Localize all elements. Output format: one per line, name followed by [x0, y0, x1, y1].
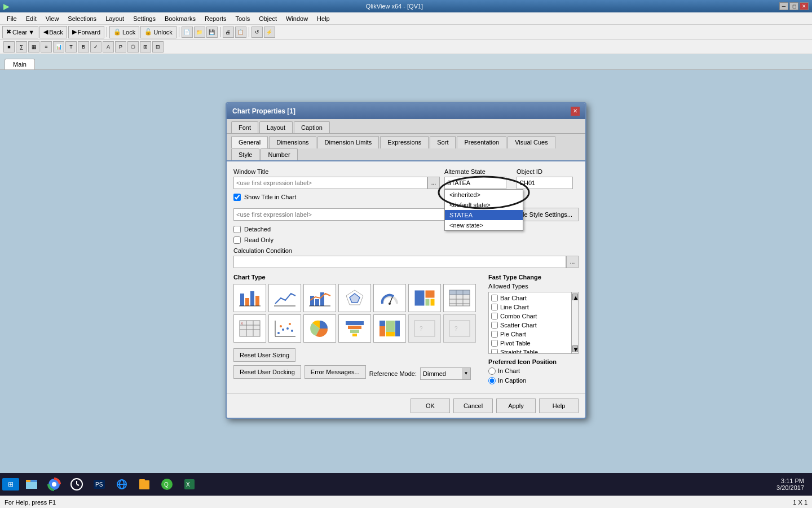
toolbar-reload-btn[interactable]: ↺ [251, 27, 263, 38]
tb2-btn4[interactable]: ≡ [41, 41, 52, 52]
alternate-state-select[interactable]: <inherited> <default state> STATEA <new … [444, 177, 506, 189]
chart-combo-btn[interactable] [303, 284, 336, 312]
back-btn[interactable]: ◀ Back [39, 26, 67, 38]
tab-layout[interactable]: Layout [259, 121, 293, 133]
in-caption-radio[interactable] [488, 377, 496, 384]
taskbar-chrome[interactable] [44, 474, 64, 494]
chart-mekko-btn[interactable] [373, 314, 406, 343]
dialog-close-btn[interactable]: ✕ [571, 107, 580, 116]
tb2-btn12[interactable]: ⊞ [140, 41, 151, 52]
clear-btn[interactable]: ✖ Clear ▼ [2, 26, 38, 38]
window-title-btn[interactable]: ... [427, 177, 440, 189]
read-only-checkbox[interactable] [233, 237, 241, 244]
chart-map-btn[interactable]: ? [443, 314, 476, 343]
tb2-btn13[interactable]: ⊟ [152, 41, 164, 52]
tab-expressions[interactable]: Expressions [380, 136, 429, 148]
object-id-input[interactable] [517, 177, 573, 189]
tab-presentation[interactable]: Presentation [457, 136, 506, 148]
option-inherited[interactable]: <inherited> [445, 190, 523, 200]
pivot-table-checkbox[interactable] [491, 340, 498, 347]
in-caption-row[interactable]: In Caption [488, 377, 579, 384]
ok-btn[interactable]: OK [411, 398, 450, 413]
taskbar-clock-app[interactable] [67, 474, 87, 494]
calc-cond-btn[interactable]: ... [566, 256, 579, 268]
chart-table-btn[interactable] [443, 284, 476, 312]
tab-visual-cues[interactable]: Visual Cues [508, 136, 555, 148]
chart-funnel-btn[interactable] [338, 314, 371, 343]
start-btn[interactable]: ⊞ [2, 478, 19, 491]
toolbar-copy-btn[interactable]: 📋 [235, 27, 246, 38]
allowed-straight-table[interactable]: Straight Table [489, 348, 578, 354]
ref-mode-select[interactable]: Dimmed Hidden Normal [420, 367, 471, 380]
lock-btn[interactable]: 🔒 Lock [109, 26, 139, 38]
close-btn[interactable]: ✕ [800, 2, 809, 10]
forward-btn[interactable]: ▶ Forward [68, 26, 104, 38]
tb2-btn8[interactable]: ✓ [90, 41, 102, 52]
tab-dimensions[interactable]: Dimensions [269, 136, 316, 148]
chart-block-btn[interactable]: ? [408, 314, 441, 343]
tb2-btn5[interactable]: 📊 [53, 41, 64, 52]
allowed-combo-chart[interactable]: Combo Chart [489, 312, 578, 321]
line-chart-checkbox[interactable] [491, 304, 498, 310]
menu-settings[interactable]: Settings [129, 14, 160, 23]
scatter-chart-checkbox[interactable] [491, 322, 498, 329]
apply-btn[interactable]: Apply [496, 398, 536, 413]
taskbar-explorer[interactable] [21, 474, 42, 494]
chart-line-btn[interactable] [268, 284, 301, 312]
tb2-btn9[interactable]: A [103, 41, 114, 52]
restore-btn[interactable]: ◻ [789, 2, 798, 10]
error-messages-btn[interactable]: Error Messages... [304, 365, 366, 379]
allowed-line-chart[interactable]: Line Chart [489, 303, 578, 312]
chart-cross-btn[interactable]: X [233, 314, 266, 343]
tb2-btn10[interactable]: P [115, 41, 126, 52]
tb2-btn2[interactable]: ∑ [16, 41, 27, 52]
in-chart-radio[interactable] [488, 367, 496, 375]
bar-chart-checkbox[interactable] [491, 295, 498, 301]
tb2-btn11[interactable]: ⬡ [127, 41, 139, 52]
menu-file[interactable]: File [2, 14, 21, 23]
option-statea[interactable]: STATEA [445, 210, 523, 220]
cancel-btn[interactable]: Cancel [453, 398, 493, 413]
taskbar-ie[interactable] [112, 474, 132, 494]
menu-bookmarks[interactable]: Bookmarks [160, 14, 200, 23]
tab-style[interactable]: Style [231, 148, 259, 160]
toolbar-print-btn[interactable]: 🖨 [223, 27, 234, 38]
taskbar-files[interactable] [134, 474, 155, 494]
chart-radar-btn[interactable] [338, 284, 371, 312]
menu-help[interactable]: Help [312, 14, 334, 23]
chart-scatter-btn[interactable] [268, 314, 301, 343]
reset-docking-btn[interactable]: Reset User Docking [233, 365, 301, 379]
window-title-input[interactable] [233, 177, 427, 189]
allowed-pie-chart[interactable]: Pie Chart [489, 330, 578, 339]
tb2-btn6[interactable]: T [65, 41, 77, 52]
combo-chart-checkbox[interactable] [491, 313, 498, 319]
unlock-btn[interactable]: 🔓 Unlock [140, 26, 176, 38]
chart-treemap-btn[interactable] [408, 284, 441, 312]
main-tab[interactable]: Main [5, 59, 35, 69]
menu-object[interactable]: Object [254, 14, 281, 23]
toolbar-open-btn[interactable]: 📁 [194, 27, 205, 38]
tb2-btn7[interactable]: B [78, 41, 89, 52]
reset-sizing-btn[interactable]: Reset User Sizing [233, 348, 295, 362]
straight-table-checkbox[interactable] [491, 349, 498, 354]
option-default[interactable]: <default state> [445, 200, 523, 210]
allowed-pivot-table[interactable]: Pivot Table [489, 339, 578, 348]
allowed-scatter-chart[interactable]: Scatter Chart [489, 321, 578, 330]
scroll-up[interactable]: ▲ [572, 294, 578, 300]
in-chart-row[interactable]: In Chart [488, 367, 579, 375]
allowed-bar-chart[interactable]: Bar Chart [489, 294, 578, 303]
menu-selections[interactable]: Selections [63, 14, 101, 23]
scrollbar[interactable]: ▲ ▼ [571, 292, 578, 353]
menu-tools[interactable]: Tools [231, 14, 254, 23]
minimize-btn[interactable]: ─ [779, 2, 788, 10]
tab-dimension-limits[interactable]: Dimension Limits [317, 136, 379, 148]
pie-chart-checkbox[interactable] [491, 331, 498, 338]
option-new-state[interactable]: <new state> [445, 220, 523, 230]
toolbar-partial-btn[interactable]: ⚡ [264, 27, 275, 38]
menu-window[interactable]: Window [281, 14, 312, 23]
tab-number[interactable]: Number [261, 148, 297, 160]
scroll-down[interactable]: ▼ [572, 345, 578, 352]
tab-caption[interactable]: Caption [294, 121, 330, 133]
taskbar-qlikview[interactable]: Q [157, 474, 177, 494]
menu-layout[interactable]: Layout [101, 14, 129, 23]
